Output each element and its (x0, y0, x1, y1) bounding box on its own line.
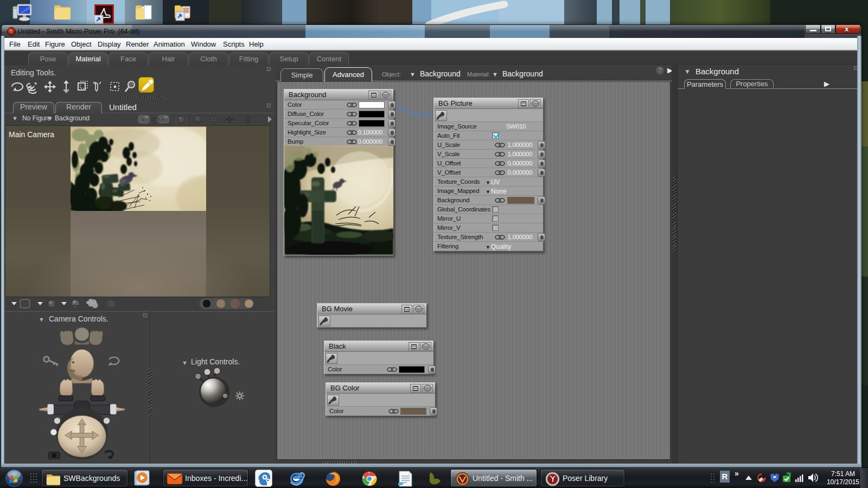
svg-text:]: ] (185, 115, 187, 124)
svg-text:[: [ (175, 115, 177, 124)
